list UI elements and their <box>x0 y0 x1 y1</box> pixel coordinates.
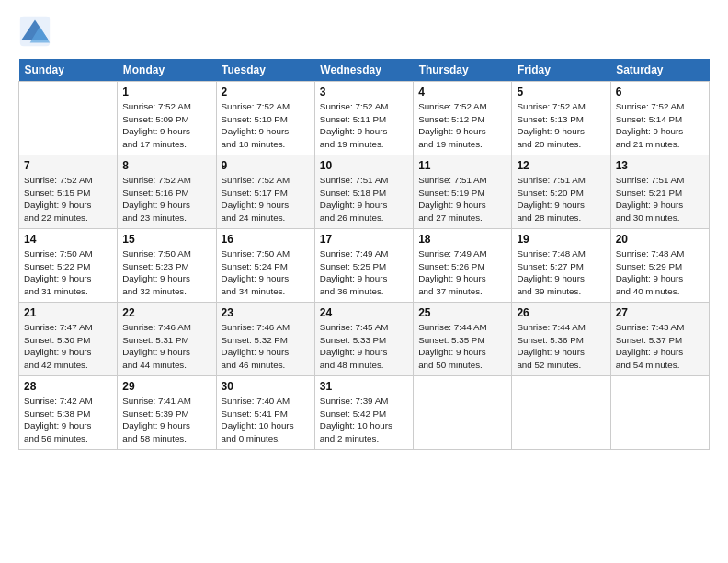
day-info: Sunrise: 7:48 AM Sunset: 5:27 PM Dayligh… <box>517 247 605 298</box>
day-number: 27 <box>616 306 704 319</box>
calendar-cell <box>610 376 709 450</box>
week-row-4: 21Sunrise: 7:47 AM Sunset: 5:30 PM Dayli… <box>19 303 710 376</box>
day-number: 24 <box>320 306 408 319</box>
calendar-cell: 10Sunrise: 7:51 AM Sunset: 5:18 PM Dayli… <box>314 155 413 229</box>
day-info: Sunrise: 7:46 AM Sunset: 5:32 PM Dayligh… <box>222 321 310 372</box>
day-info: Sunrise: 7:40 AM Sunset: 5:41 PM Dayligh… <box>222 395 310 445</box>
day-number: 2 <box>222 86 310 98</box>
day-info: Sunrise: 7:52 AM Sunset: 5:13 PM Dayligh… <box>517 100 605 151</box>
calendar-cell: 22Sunrise: 7:46 AM Sunset: 5:31 PM Dayli… <box>118 303 216 376</box>
header-row: SundayMondayTuesdayWednesdayThursdayFrid… <box>19 59 710 82</box>
day-info: Sunrise: 7:46 AM Sunset: 5:31 PM Dayligh… <box>122 321 210 372</box>
calendar-cell: 6Sunrise: 7:52 AM Sunset: 5:14 PM Daylig… <box>610 82 709 155</box>
calendar-cell: 3Sunrise: 7:52 AM Sunset: 5:11 PM Daylig… <box>314 82 413 155</box>
day-number: 25 <box>418 306 506 319</box>
calendar-cell: 23Sunrise: 7:46 AM Sunset: 5:32 PM Dayli… <box>216 303 314 376</box>
day-number: 12 <box>517 159 605 172</box>
calendar-cell <box>414 376 512 450</box>
calendar-cell: 24Sunrise: 7:45 AM Sunset: 5:33 PM Dayli… <box>314 303 413 376</box>
day-info: Sunrise: 7:52 AM Sunset: 5:17 PM Dayligh… <box>222 174 310 224</box>
week-row-2: 7Sunrise: 7:52 AM Sunset: 5:15 PM Daylig… <box>19 155 710 229</box>
day-number: 29 <box>122 380 210 393</box>
page: SundayMondayTuesdayWednesdayThursdayFrid… <box>0 0 728 563</box>
day-info: Sunrise: 7:39 AM Sunset: 5:42 PM Dayligh… <box>320 395 408 445</box>
calendar-cell: 20Sunrise: 7:48 AM Sunset: 5:29 PM Dayli… <box>610 229 709 303</box>
day-number: 11 <box>418 159 506 172</box>
calendar-cell: 12Sunrise: 7:51 AM Sunset: 5:20 PM Dayli… <box>512 155 610 229</box>
logo-icon <box>18 15 51 48</box>
day-number: 9 <box>222 159 310 172</box>
logo <box>18 15 57 48</box>
day-number: 21 <box>24 306 112 319</box>
column-header-saturday: Saturday <box>610 59 709 82</box>
day-info: Sunrise: 7:52 AM Sunset: 5:15 PM Dayligh… <box>24 174 112 224</box>
day-info: Sunrise: 7:52 AM Sunset: 5:10 PM Dayligh… <box>222 100 310 151</box>
day-number: 28 <box>24 380 112 393</box>
calendar-cell: 13Sunrise: 7:51 AM Sunset: 5:21 PM Dayli… <box>610 155 709 229</box>
calendar-cell: 7Sunrise: 7:52 AM Sunset: 5:15 PM Daylig… <box>19 155 118 229</box>
day-info: Sunrise: 7:50 AM Sunset: 5:22 PM Dayligh… <box>24 247 112 298</box>
day-number: 6 <box>616 86 704 98</box>
week-row-1: 1Sunrise: 7:52 AM Sunset: 5:09 PM Daylig… <box>19 82 710 155</box>
day-number: 22 <box>122 306 210 319</box>
day-info: Sunrise: 7:51 AM Sunset: 5:21 PM Dayligh… <box>616 174 704 224</box>
day-number: 20 <box>616 233 704 246</box>
day-info: Sunrise: 7:51 AM Sunset: 5:20 PM Dayligh… <box>517 174 605 224</box>
day-number: 23 <box>222 306 310 319</box>
day-number: 1 <box>122 86 210 98</box>
calendar-cell: 26Sunrise: 7:44 AM Sunset: 5:36 PM Dayli… <box>512 303 610 376</box>
calendar-cell <box>19 82 118 155</box>
day-info: Sunrise: 7:47 AM Sunset: 5:30 PM Dayligh… <box>24 321 112 372</box>
calendar-cell: 15Sunrise: 7:50 AM Sunset: 5:23 PM Dayli… <box>118 229 216 303</box>
day-number: 26 <box>517 306 605 319</box>
day-number: 5 <box>517 86 605 98</box>
calendar-cell: 4Sunrise: 7:52 AM Sunset: 5:12 PM Daylig… <box>414 82 512 155</box>
week-row-5: 28Sunrise: 7:42 AM Sunset: 5:38 PM Dayli… <box>19 376 710 450</box>
day-info: Sunrise: 7:52 AM Sunset: 5:16 PM Dayligh… <box>122 174 210 224</box>
day-number: 14 <box>24 233 112 246</box>
day-info: Sunrise: 7:52 AM Sunset: 5:11 PM Dayligh… <box>320 100 408 151</box>
header <box>18 15 710 48</box>
day-info: Sunrise: 7:51 AM Sunset: 5:18 PM Dayligh… <box>320 174 408 224</box>
column-header-sunday: Sunday <box>19 59 118 82</box>
day-info: Sunrise: 7:42 AM Sunset: 5:38 PM Dayligh… <box>24 395 112 445</box>
day-info: Sunrise: 7:44 AM Sunset: 5:35 PM Dayligh… <box>418 321 506 372</box>
day-number: 17 <box>320 233 408 246</box>
day-info: Sunrise: 7:51 AM Sunset: 5:19 PM Dayligh… <box>418 174 506 224</box>
calendar-cell: 16Sunrise: 7:50 AM Sunset: 5:24 PM Dayli… <box>216 229 314 303</box>
column-header-thursday: Thursday <box>414 59 512 82</box>
day-number: 13 <box>616 159 704 172</box>
calendar-cell: 21Sunrise: 7:47 AM Sunset: 5:30 PM Dayli… <box>19 303 118 376</box>
day-info: Sunrise: 7:49 AM Sunset: 5:25 PM Dayligh… <box>320 247 408 298</box>
column-header-friday: Friday <box>512 59 610 82</box>
calendar-cell: 29Sunrise: 7:41 AM Sunset: 5:39 PM Dayli… <box>118 376 216 450</box>
calendar-cell: 30Sunrise: 7:40 AM Sunset: 5:41 PM Dayli… <box>216 376 314 450</box>
day-number: 7 <box>24 159 112 172</box>
calendar-cell: 2Sunrise: 7:52 AM Sunset: 5:10 PM Daylig… <box>216 82 314 155</box>
calendar-cell: 27Sunrise: 7:43 AM Sunset: 5:37 PM Dayli… <box>610 303 709 376</box>
calendar-table: SundayMondayTuesdayWednesdayThursdayFrid… <box>18 59 710 450</box>
calendar-cell: 8Sunrise: 7:52 AM Sunset: 5:16 PM Daylig… <box>118 155 216 229</box>
calendar-cell: 1Sunrise: 7:52 AM Sunset: 5:09 PM Daylig… <box>118 82 216 155</box>
day-info: Sunrise: 7:52 AM Sunset: 5:14 PM Dayligh… <box>616 100 704 151</box>
calendar-cell: 11Sunrise: 7:51 AM Sunset: 5:19 PM Dayli… <box>414 155 512 229</box>
column-header-wednesday: Wednesday <box>314 59 413 82</box>
day-number: 3 <box>320 86 408 98</box>
day-number: 19 <box>517 233 605 246</box>
day-info: Sunrise: 7:44 AM Sunset: 5:36 PM Dayligh… <box>517 321 605 372</box>
day-info: Sunrise: 7:41 AM Sunset: 5:39 PM Dayligh… <box>122 395 210 445</box>
calendar-cell: 5Sunrise: 7:52 AM Sunset: 5:13 PM Daylig… <box>512 82 610 155</box>
calendar-cell: 25Sunrise: 7:44 AM Sunset: 5:35 PM Dayli… <box>414 303 512 376</box>
week-row-3: 14Sunrise: 7:50 AM Sunset: 5:22 PM Dayli… <box>19 229 710 303</box>
calendar-cell: 28Sunrise: 7:42 AM Sunset: 5:38 PM Dayli… <box>19 376 118 450</box>
calendar-cell: 9Sunrise: 7:52 AM Sunset: 5:17 PM Daylig… <box>216 155 314 229</box>
day-info: Sunrise: 7:50 AM Sunset: 5:23 PM Dayligh… <box>122 247 210 298</box>
day-number: 4 <box>418 86 506 98</box>
day-info: Sunrise: 7:45 AM Sunset: 5:33 PM Dayligh… <box>320 321 408 372</box>
day-info: Sunrise: 7:52 AM Sunset: 5:09 PM Dayligh… <box>122 100 210 151</box>
day-number: 30 <box>222 380 310 393</box>
day-number: 8 <box>122 159 210 172</box>
calendar-cell: 17Sunrise: 7:49 AM Sunset: 5:25 PM Dayli… <box>314 229 413 303</box>
day-info: Sunrise: 7:48 AM Sunset: 5:29 PM Dayligh… <box>616 247 704 298</box>
calendar-cell: 31Sunrise: 7:39 AM Sunset: 5:42 PM Dayli… <box>314 376 413 450</box>
